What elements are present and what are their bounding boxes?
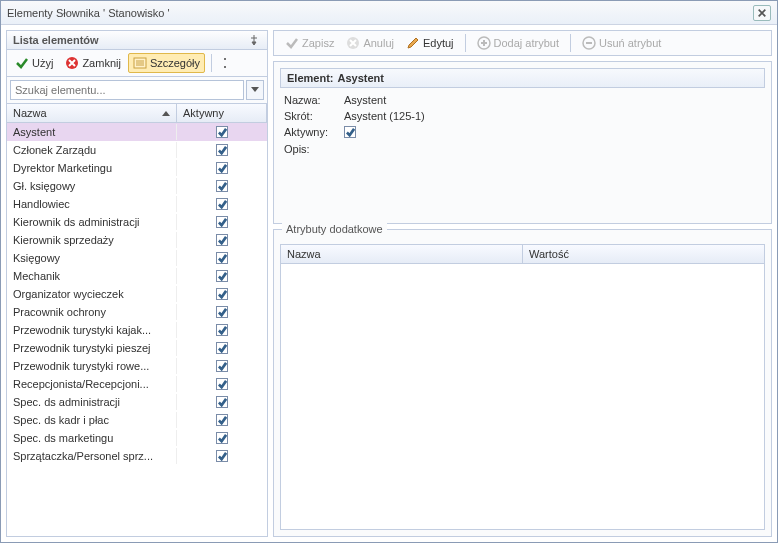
table-row[interactable]: Organizator wycieczek — [7, 285, 267, 303]
cell-active — [177, 394, 267, 410]
table-row[interactable]: Spec. ds marketingu — [7, 429, 267, 447]
table-row[interactable]: Przewodnik turystyki kajak... — [7, 321, 267, 339]
close-icon — [757, 8, 767, 18]
del-attr-button[interactable]: Usuń atrybut — [577, 33, 666, 53]
row-checkbox[interactable] — [216, 126, 228, 138]
table-row[interactable]: Przewodnik turystyki pieszej — [7, 339, 267, 357]
table-row[interactable]: Dyrektor Marketingu — [7, 159, 267, 177]
cell-name: Członek Zarządu — [7, 142, 177, 158]
check-icon — [285, 36, 299, 50]
row-checkbox[interactable] — [216, 234, 228, 246]
details-button[interactable]: Szczegóły — [128, 53, 205, 73]
minus-circle-icon — [582, 36, 596, 50]
cell-active — [177, 268, 267, 284]
table-row[interactable]: Członek Zarządu — [7, 141, 267, 159]
cell-name: Przewodnik turystyki kajak... — [7, 322, 177, 338]
cell-active — [177, 178, 267, 194]
cell-active — [177, 124, 267, 140]
value-active — [344, 126, 761, 139]
table-row[interactable]: Recepcjonista/Recepcjoni... — [7, 375, 267, 393]
row-checkbox[interactable] — [216, 162, 228, 174]
svg-point-6 — [224, 66, 226, 68]
row-checkbox[interactable] — [216, 198, 228, 210]
cell-name: Przewodnik turystyki pieszej — [7, 340, 177, 356]
table-row[interactable]: Handlowiec — [7, 195, 267, 213]
row-checkbox[interactable] — [216, 144, 228, 156]
table-row[interactable]: Pracownik ochrony — [7, 303, 267, 321]
table-row[interactable]: Kierownik ds administracji — [7, 213, 267, 231]
grid-body[interactable]: AsystentCzłonek ZarząduDyrektor Marketin… — [6, 123, 268, 537]
row-checkbox[interactable] — [216, 180, 228, 192]
pin-icon[interactable] — [247, 33, 261, 47]
content-area: Lista elementów Użyj Zamknij Szczegóły — [1, 25, 777, 542]
close-button[interactable]: Zamknij — [60, 53, 126, 73]
cell-active — [177, 376, 267, 392]
cell-active — [177, 232, 267, 248]
form-row-short: Skrót: Asystent (125-1) — [284, 108, 761, 124]
cell-name: Spec. ds kadr i płac — [7, 412, 177, 428]
window-title: Elementy Słownika ' Stanowisko ' — [7, 7, 753, 19]
use-button[interactable]: Użyj — [10, 53, 58, 73]
row-checkbox[interactable] — [216, 270, 228, 282]
details-label: Szczegóły — [150, 57, 200, 69]
cell-name: Spec. ds administracji — [7, 394, 177, 410]
row-checkbox[interactable] — [216, 432, 228, 444]
table-row[interactable]: Asystent — [7, 123, 267, 141]
row-checkbox[interactable] — [216, 360, 228, 372]
separator — [465, 34, 466, 52]
right-toolbar: Zapisz Anuluj Edytuj Dodaj atrybut — [273, 30, 772, 56]
left-toolbar: Użyj Zamknij Szczegóły — [6, 50, 268, 77]
x-circle-icon — [65, 56, 79, 70]
check-icon — [15, 56, 29, 70]
table-row[interactable]: Gł. księgowy — [7, 177, 267, 195]
row-checkbox[interactable] — [216, 324, 228, 336]
table-row[interactable]: Spec. ds administracji — [7, 393, 267, 411]
row-checkbox[interactable] — [216, 288, 228, 300]
del-attr-label: Usuń atrybut — [599, 37, 661, 49]
grid-header: Nazwa Aktywny — [6, 104, 268, 123]
attr-table-body[interactable] — [280, 264, 765, 531]
row-checkbox[interactable] — [216, 306, 228, 318]
form-row-desc: Opis: — [284, 141, 761, 157]
table-row[interactable]: Spec. ds kadr i płac — [7, 411, 267, 429]
table-row[interactable]: Kierownik sprzedaży — [7, 231, 267, 249]
separator — [570, 34, 571, 52]
titlebar[interactable]: Elementy Słownika ' Stanowisko ' — [1, 1, 777, 25]
attr-col-name[interactable]: Nazwa — [281, 245, 523, 263]
add-attr-button[interactable]: Dodaj atrybut — [472, 33, 564, 53]
cell-name: Recepcjonista/Recepcjoni... — [7, 376, 177, 392]
column-header-active[interactable]: Aktywny — [177, 104, 267, 122]
left-panel-header: Lista elementów — [6, 30, 268, 50]
attr-col-value[interactable]: Wartość — [523, 245, 764, 263]
cancel-button[interactable]: Anuluj — [341, 33, 399, 53]
edit-button[interactable]: Edytuj — [401, 33, 459, 53]
row-checkbox[interactable] — [216, 450, 228, 462]
search-dropdown-button[interactable] — [246, 80, 264, 100]
row-checkbox[interactable] — [216, 378, 228, 390]
cell-name: Kierownik sprzedaży — [7, 232, 177, 248]
table-row[interactable]: Księgowy — [7, 249, 267, 267]
column-header-name[interactable]: Nazwa — [7, 104, 177, 122]
row-checkbox[interactable] — [216, 216, 228, 228]
row-checkbox[interactable] — [216, 342, 228, 354]
form-title-value: Asystent — [337, 72, 383, 84]
search-input[interactable] — [10, 80, 244, 100]
row-checkbox[interactable] — [216, 396, 228, 408]
label-name: Nazwa: — [284, 94, 344, 106]
table-row[interactable]: Przewodnik turystyki rowe... — [7, 357, 267, 375]
attr-table-header: Nazwa Wartość — [280, 244, 765, 264]
row-checkbox[interactable] — [216, 252, 228, 264]
overflow-icon[interactable] — [218, 56, 232, 70]
cell-active — [177, 430, 267, 446]
row-checkbox[interactable] — [216, 414, 228, 426]
table-row[interactable]: Mechanik — [7, 267, 267, 285]
active-checkbox[interactable] — [344, 126, 356, 138]
dictionary-elements-window: Elementy Słownika ' Stanowisko ' Lista e… — [0, 0, 778, 543]
save-button[interactable]: Zapisz — [280, 33, 339, 53]
label-active: Aktywny: — [284, 126, 344, 139]
value-name: Asystent — [344, 94, 761, 106]
window-close-button[interactable] — [753, 5, 771, 21]
table-row[interactable]: Sprzątaczka/Personel sprz... — [7, 447, 267, 465]
cell-active — [177, 286, 267, 302]
cell-name: Pracownik ochrony — [7, 304, 177, 320]
